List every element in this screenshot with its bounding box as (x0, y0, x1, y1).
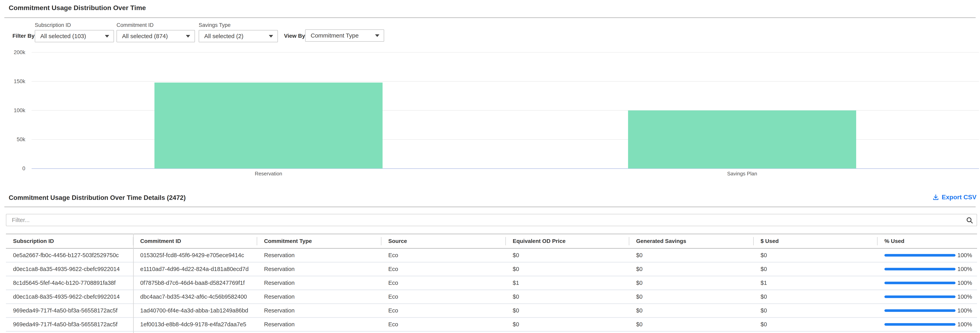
table-cell: 1ef0013d-e8b8-4dc9-9178-e4fa27daa7e5 (133, 321, 257, 328)
filter-dropdown[interactable]: All selected (874) (116, 30, 195, 42)
y-axis-tick-label: 50k (0, 137, 25, 142)
column-header--used[interactable]: $ Used (754, 234, 877, 248)
table-filter-input[interactable] (6, 214, 977, 226)
table-cell: $0 (629, 308, 754, 314)
table-cell: $0 (754, 266, 877, 272)
chart-bar[interactable] (154, 83, 383, 169)
filter-dropdown[interactable]: All selected (2) (199, 30, 278, 42)
table-cell: $0 (629, 280, 754, 286)
column-header-equivalent-od-price[interactable]: Equivalent OD Price (506, 234, 629, 248)
table-cell: $0 (754, 252, 877, 258)
filter-label: Subscription ID (35, 22, 114, 28)
column-divider (133, 234, 134, 333)
table-cell: dbc4aac7-bd35-4342-af6c-4c56b9582400 (133, 293, 257, 300)
table-cell: 1ad40700-6f4e-4a3d-abba-1ab1249a86bd (133, 308, 257, 314)
table-cell: $0 (754, 321, 877, 328)
chevron-down-icon (375, 34, 379, 37)
page-title: Commitment Usage Distribution Over Time (9, 4, 146, 12)
export-csv-label: Export CSV (942, 194, 977, 201)
table-cell: Eco (381, 280, 506, 286)
percent-used-cell: 100% (877, 308, 977, 314)
y-axis-tick-label: 0 (0, 166, 25, 171)
table-cell: 8c1d5645-5fef-4a4c-b120-7708891fa38f (6, 280, 133, 286)
filter-dropdown-value: All selected (874) (122, 33, 168, 40)
table-cell: d0ec1ca8-8a35-4935-9622-cbefc9922014 (6, 293, 133, 300)
table-cell: $0 (629, 252, 754, 258)
section-divider (4, 207, 976, 207)
table-cell: $0 (754, 293, 877, 300)
filter-label: Savings Type (199, 22, 278, 28)
table-body: 0e5a2667-fb0c-4456-b127-503f2529750c0153… (6, 249, 977, 331)
table-row: 969eda49-717f-4a50-bf3a-56558172ac5f1ef0… (6, 318, 977, 331)
filter-label: Commitment ID (116, 22, 195, 28)
percent-used-cell: 100% (877, 321, 977, 328)
table-cell: $0 (629, 293, 754, 300)
chevron-down-icon (105, 35, 109, 38)
table-cell: Reservation (257, 252, 381, 258)
table-cell: $0 (506, 252, 629, 258)
gridline (32, 81, 979, 81)
chevron-down-icon (186, 35, 190, 38)
table-cell: 969eda49-717f-4a50-bf3a-56558172ac5f (6, 321, 133, 328)
percent-used-label: 100% (958, 321, 972, 328)
usage-progress-bar (885, 309, 956, 312)
filter-by-label: Filter By: (13, 33, 37, 39)
percent-used-cell: 100% (877, 252, 977, 258)
percent-used-label: 100% (958, 293, 972, 300)
percent-used-cell: 100% (877, 280, 977, 286)
chevron-down-icon (269, 35, 273, 38)
table-cell: e1110ad7-4d96-4d22-824a-d181a80ecd7d (133, 266, 257, 272)
y-axis-tick-label: 150k (0, 78, 25, 84)
table-cell: Eco (381, 321, 506, 328)
column-header-subscription-id[interactable]: Subscription ID (6, 234, 133, 248)
y-axis-tick-label: 100k (0, 107, 25, 113)
filter-dropdown[interactable]: All selected (103) (35, 30, 114, 42)
table-cell: $0 (506, 266, 629, 272)
percent-used-label: 100% (958, 280, 972, 286)
table-cell: $1 (506, 280, 629, 286)
table-cell: $0 (629, 321, 754, 328)
table-header-row: Subscription IDCommitment IDCommitment T… (6, 234, 977, 249)
search-icon[interactable] (966, 217, 973, 224)
table-cell: $1 (754, 280, 877, 286)
chart-bar[interactable] (628, 110, 856, 169)
table-cell: $0 (754, 308, 877, 314)
column-header-commitment-type[interactable]: Commitment Type (257, 234, 381, 248)
filter-group-subscription-id: Subscription IDAll selected (103) (35, 22, 114, 42)
column-header-commitment-id[interactable]: Commitment ID (133, 234, 257, 248)
table-cell: Eco (381, 266, 506, 272)
percent-used-label: 100% (958, 266, 972, 272)
download-icon (932, 194, 939, 201)
table-cell: Eco (381, 293, 506, 300)
table-cell: Reservation (257, 266, 381, 272)
table-row: 8c1d5645-5fef-4a4c-b120-7708891fa38f0f78… (6, 276, 977, 290)
export-csv-button[interactable]: Export CSV (932, 194, 977, 201)
percent-used-cell: 100% (877, 293, 977, 300)
filter-group-savings-type: Savings TypeAll selected (2) (199, 22, 278, 42)
usage-progress-bar (885, 323, 956, 326)
table-cell: $0 (506, 308, 629, 314)
usage-progress-bar (885, 282, 956, 284)
table-cell: 0f7875b8-d7c6-46d4-baa8-d58247769f1f (133, 280, 257, 286)
percent-used-label: 100% (958, 308, 972, 314)
usage-progress-bar (885, 268, 956, 270)
details-title: Commitment Usage Distribution Over Time … (9, 194, 186, 201)
section-divider (4, 18, 976, 18)
table-row: 969eda49-717f-4a50-bf3a-56558172ac5f1ad4… (6, 304, 977, 318)
details-table: Subscription IDCommitment IDCommitment T… (6, 234, 977, 331)
table-cell: Eco (381, 308, 506, 314)
x-axis-category-label: Savings Plan (628, 170, 856, 177)
view-by-value: Commitment Type (311, 32, 359, 39)
table-cell: Reservation (257, 280, 381, 286)
table-cell: $0 (506, 293, 629, 300)
table-cell: 0e5a2667-fb0c-4456-b127-503f2529750c (6, 252, 133, 258)
column-header-generated-savings[interactable]: Generated Savings (629, 234, 754, 248)
filter-dropdown-value: All selected (2) (204, 33, 243, 40)
column-header--used[interactable]: % Used (877, 234, 977, 248)
view-by-dropdown[interactable]: Commitment Type (305, 29, 384, 42)
table-cell: Reservation (257, 321, 381, 328)
table-row: d0ec1ca8-8a35-4935-9622-cbefc9922014dbc4… (6, 290, 977, 304)
column-header-source[interactable]: Source (381, 234, 506, 248)
table-cell: 0153025f-fcd8-45f6-9429-e705ece9414c (133, 252, 257, 258)
table-cell: $0 (629, 266, 754, 272)
